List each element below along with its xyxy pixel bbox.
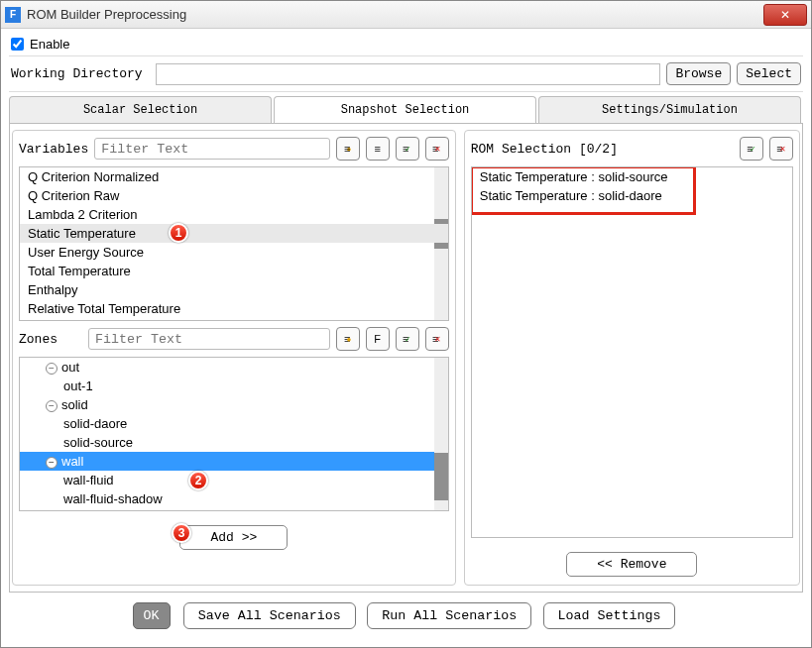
working-dir-label: Working Directory [11, 66, 150, 81]
list-item[interactable]: Lambda 2 Criterion [20, 205, 448, 224]
rom-clear-icon[interactable]: ≡✕ [769, 137, 793, 161]
app-icon: F [5, 7, 21, 23]
load-settings-button[interactable]: Load Settings [543, 602, 676, 629]
list-item[interactable]: Relative Total Temperature [20, 299, 448, 318]
window-title: ROM Builder Preprocessing [27, 7, 763, 22]
remove-button[interactable]: << Remove [566, 552, 697, 577]
tree-item-out[interactable]: −out [20, 358, 448, 377]
tab-scalar-selection[interactable]: Scalar Selection [9, 96, 272, 123]
tree-item[interactable]: wall-fluid-shadow [20, 489, 448, 508]
zones-tree[interactable]: −out out-1 −solid solid-daore solid-sour… [19, 357, 449, 511]
enable-checkbox[interactable] [11, 38, 24, 51]
tree-item[interactable]: solid-daore [20, 414, 448, 433]
collapse-icon[interactable]: − [46, 457, 58, 469]
zones-select-all-icon[interactable]: ≡✓ [396, 327, 419, 351]
list-item[interactable]: Q Criterion Normalized [20, 167, 448, 186]
enable-label: Enable [30, 37, 69, 52]
tree-item-wall[interactable]: −wall [20, 452, 448, 471]
tab-settings-simulation[interactable]: Settings/Simulation [538, 96, 801, 123]
select-button[interactable]: Select [737, 62, 801, 85]
list-item[interactable]: Q Criterion Raw [20, 186, 448, 205]
tree-item-solid[interactable]: −solid [20, 395, 448, 414]
variables-list-icon[interactable]: ≡ [366, 137, 390, 161]
list-item-static-temperature[interactable]: Static Temperature [20, 224, 448, 243]
list-item[interactable]: User Energy Source [20, 243, 448, 262]
zones-format-icon[interactable]: F [366, 327, 390, 351]
tree-item[interactable]: solid-source [20, 433, 448, 452]
collapse-icon[interactable]: − [46, 363, 58, 375]
close-icon: ✕ [780, 8, 790, 22]
zones-clear-icon[interactable]: ≡✕ [425, 327, 449, 351]
zones-filter-input[interactable] [88, 328, 330, 350]
run-all-scenarios-button[interactable]: Run All Scenarios [367, 602, 531, 629]
list-item[interactable]: Static Temperature : solid-daore [472, 186, 792, 205]
list-item[interactable]: Static Temperature : solid-source [472, 167, 792, 186]
save-all-scenarios-button[interactable]: Save All Scenarios [183, 602, 356, 629]
callout-3: 3 [172, 523, 191, 543]
rom-selection-label: ROM Selection [0/2] [471, 142, 734, 157]
callout-1: 1 [169, 223, 188, 243]
variables-list[interactable]: Q Criterion Normalized Q Criterion Raw L… [19, 166, 449, 321]
close-button[interactable]: ✕ [763, 4, 807, 26]
list-item[interactable]: Enthalpy [20, 280, 448, 299]
zones-filter-active-icon[interactable]: ≡● [336, 327, 360, 351]
variables-filter-active-icon[interactable]: ≡● [336, 137, 360, 161]
add-button[interactable]: Add >> [179, 525, 288, 550]
rom-select-all-icon[interactable]: ≡✓ [740, 137, 763, 161]
titlebar: F ROM Builder Preprocessing ✕ [1, 1, 811, 29]
variables-select-all-icon[interactable]: ≡✓ [396, 137, 419, 161]
list-item[interactable]: Total Temperature [20, 262, 448, 280]
variables-filter-input[interactable] [94, 138, 330, 160]
browse-button[interactable]: Browse [666, 62, 731, 85]
rom-list[interactable]: Static Temperature : solid-source Static… [471, 166, 793, 538]
variables-label: Variables [19, 142, 88, 157]
callout-2: 2 [188, 471, 208, 490]
working-dir-input[interactable] [156, 63, 660, 85]
ok-button[interactable]: OK [133, 602, 171, 629]
variables-clear-icon[interactable]: ≡✕ [425, 137, 449, 161]
zones-label: Zones [19, 332, 82, 347]
collapse-icon[interactable]: − [46, 400, 58, 412]
tree-item-wall-fluid[interactable]: wall-fluid [20, 471, 448, 489]
tab-snapshot-selection[interactable]: Snapshot Selection [274, 96, 536, 123]
tree-item[interactable]: out-1 [20, 377, 448, 395]
